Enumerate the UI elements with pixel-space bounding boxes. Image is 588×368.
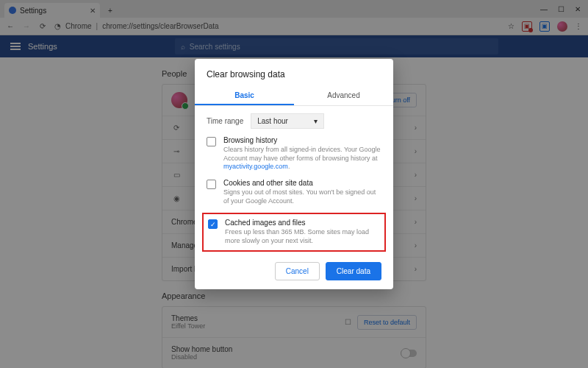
cached-files-item[interactable]: ✓ Cached images and files Frees up less … [208,219,380,245]
item-desc: Clears history from all signed-in device… [223,146,381,171]
item-desc: Frees up less than 365 MB. Some sites ma… [225,228,380,245]
cookies-checkbox[interactable] [207,180,216,189]
tab-basic[interactable]: Basic [195,87,294,105]
time-range-label: Time range [207,117,243,125]
time-range-value: Last hour [257,117,288,125]
clear-data-button[interactable]: Clear data [326,262,381,280]
modal-overlay: Clear browsing data Basic Advanced Time … [0,0,588,368]
cookies-item[interactable]: Cookies and other site data Signs you ou… [207,179,381,205]
item-title: Cookies and other site data [223,179,381,187]
browsing-history-item[interactable]: Browsing history Clears history from all… [207,136,381,171]
dialog-buttons: Cancel Clear data [207,262,381,280]
highlighted-region: ✓ Cached images and files Frees up less … [202,213,386,251]
item-title: Cached images and files [225,219,380,227]
dialog-title: Clear browsing data [207,69,381,79]
time-range-select[interactable]: Last hour ▾ [251,113,324,129]
browsing-history-checkbox[interactable] [207,137,216,146]
cancel-button[interactable]: Cancel [275,262,320,280]
item-desc: Signs you out of most sites. You won't b… [223,188,381,205]
dialog-tabs: Basic Advanced [195,87,393,106]
cached-files-checkbox[interactable]: ✓ [208,219,218,229]
chevron-down-icon: ▾ [314,117,318,125]
item-title: Browsing history [223,136,381,144]
tab-advanced[interactable]: Advanced [294,87,393,105]
time-range-row: Time range Last hour ▾ [207,113,381,129]
myactivity-link[interactable]: myactivity.google.com [223,163,288,170]
clear-browsing-dialog: Clear browsing data Basic Advanced Time … [195,59,393,289]
